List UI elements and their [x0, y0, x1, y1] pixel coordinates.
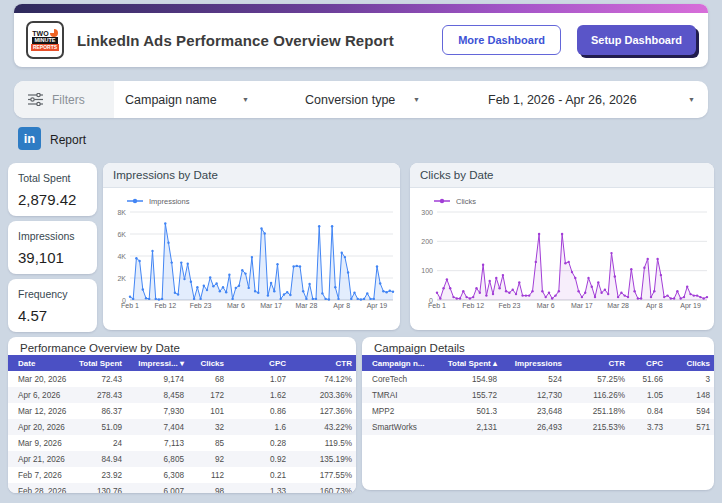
- table-cell: 135.19%: [290, 451, 356, 467]
- table-cell: Mar 12, 2026: [8, 403, 72, 419]
- table-cell: 127.36%: [290, 403, 356, 419]
- table-cell: 116.26%: [566, 387, 629, 403]
- table-row: SmartWorks2,13126,493215.53%3.73571: [362, 419, 714, 435]
- column-header[interactable]: Clicks: [188, 355, 228, 371]
- table-cell: 203.36%: [290, 387, 356, 403]
- table-row: CoreTech154.9852457.25%51.663: [362, 371, 714, 387]
- table-cell: 1.33: [228, 483, 290, 493]
- table-cell: 6,007: [126, 483, 188, 493]
- svg-text:Impressions: Impressions: [149, 197, 190, 206]
- svg-text:8K: 8K: [117, 209, 126, 216]
- table-cell: Feb 7, 2026: [8, 467, 72, 483]
- svg-text:Mar 6: Mar 6: [227, 302, 245, 309]
- kpi-card-impressions: Impressions39,101: [8, 221, 97, 274]
- table-cell: 2,131: [432, 419, 501, 435]
- table-cell: 501.3: [432, 403, 501, 419]
- svg-text:300: 300: [421, 209, 433, 216]
- column-header[interactable]: Impressi... ▾: [126, 355, 188, 371]
- svg-text:Apr 19: Apr 19: [680, 302, 701, 310]
- conversion-dropdown-caret-icon[interactable]: ▼: [413, 81, 420, 118]
- table-cell: CoreTech: [362, 371, 432, 387]
- table-cell: 0.21: [228, 467, 290, 483]
- table-cell: 72.43: [72, 371, 126, 387]
- svg-text:Feb 12: Feb 12: [462, 302, 484, 309]
- table-cell: 215.53%: [566, 419, 629, 435]
- table-cell: 32: [188, 419, 228, 435]
- table-cell: 6,805: [126, 451, 188, 467]
- table-cell: 8,458: [126, 387, 188, 403]
- column-header[interactable]: Total Spent ▴: [432, 355, 501, 371]
- table-cell: 84.94: [72, 451, 126, 467]
- impressions-chart-title: Impressions by Date: [103, 163, 400, 188]
- table-cell: 155.72: [432, 387, 501, 403]
- svg-text:Feb 23: Feb 23: [190, 302, 212, 309]
- campaign-name-filter[interactable]: Campaign name: [125, 81, 217, 118]
- clicks-chart-card: Clicks by Date 0100200300Feb 1Feb 12Feb …: [410, 163, 714, 330]
- performance-table-title: Performance Overview by Date: [8, 337, 356, 355]
- table-row: TMRAI155.7212,730116.26%1.05148: [362, 387, 714, 403]
- table-cell: 1.62: [228, 387, 290, 403]
- table-cell: 51.09: [72, 419, 126, 435]
- svg-text:Feb 23: Feb 23: [499, 302, 521, 309]
- more-dashboard-button[interactable]: More Dashboard: [442, 25, 561, 55]
- table-cell: 251.18%: [566, 403, 629, 419]
- svg-text:Feb 12: Feb 12: [154, 302, 176, 309]
- column-header[interactable]: Campaign n...: [362, 355, 432, 371]
- column-header[interactable]: CPC: [228, 355, 290, 371]
- kpi-label: Total Spent: [18, 172, 87, 184]
- date-dropdown-caret-icon[interactable]: ▼: [688, 81, 695, 118]
- table-cell: 9,174: [126, 371, 188, 387]
- table-cell: 23.92: [72, 467, 126, 483]
- setup-dashboard-button[interactable]: Setup Dashboard: [577, 25, 696, 55]
- campaign-dropdown-caret-icon[interactable]: ▼: [242, 81, 249, 118]
- table-cell: 177.55%: [290, 467, 356, 483]
- table-cell: 85: [188, 435, 228, 451]
- table-cell: 278.43: [72, 387, 126, 403]
- table-cell: 0.84: [629, 403, 667, 419]
- table-cell: 1.6: [228, 419, 290, 435]
- table-row: Mar 12, 202686.377,9301010.86127.36%: [8, 403, 356, 419]
- table-cell: SmartWorks: [362, 419, 432, 435]
- campaign-table-card: Campaign Details Campaign n...Total Spen…: [362, 337, 714, 490]
- svg-text:Feb 1: Feb 1: [121, 302, 139, 309]
- table-cell: 7,930: [126, 403, 188, 419]
- table-cell: 43.22%: [290, 419, 356, 435]
- svg-text:Clicks: Clicks: [456, 197, 476, 206]
- table-row: Apr 6, 2026278.438,4581721.62203.36%: [8, 387, 356, 403]
- filters-label: Filters: [52, 93, 85, 107]
- table-cell: 3: [667, 371, 714, 387]
- table-row: Apr 20, 202651.097,404321.643.22%: [8, 419, 356, 435]
- column-header[interactable]: CTR: [566, 355, 629, 371]
- svg-text:Apr 8: Apr 8: [333, 302, 350, 310]
- table-cell: 92: [188, 451, 228, 467]
- kpi-label: Impressions: [18, 230, 87, 242]
- column-header[interactable]: CPC: [629, 355, 667, 371]
- table-cell: 74.12%: [290, 371, 356, 387]
- column-header[interactable]: Impressions: [501, 355, 566, 371]
- logo-line3: REPORTS: [31, 44, 59, 51]
- table-cell: Feb 28, 2026: [8, 483, 72, 493]
- pie-icon: [50, 29, 58, 37]
- table-row: Mar 9, 2026247,113850.28119.5%: [8, 435, 356, 451]
- table-row: Feb 7, 202623.926,3081120.21177.55%: [8, 467, 356, 483]
- table-cell: 1.07: [228, 371, 290, 387]
- table-cell: Apr 6, 2026: [8, 387, 72, 403]
- kpi-label: Frequency: [18, 288, 87, 300]
- svg-text:2K: 2K: [117, 275, 126, 282]
- svg-text:Mar 6: Mar 6: [537, 302, 555, 309]
- svg-text:100: 100: [421, 267, 433, 274]
- conversion-type-filter[interactable]: Conversion type: [305, 81, 395, 118]
- table-cell: 7,113: [126, 435, 188, 451]
- kpi-value: 4.57: [18, 307, 87, 324]
- filters-toggle[interactable]: Filters: [14, 81, 114, 118]
- logo-line2: MINUTE: [32, 37, 57, 44]
- column-header[interactable]: Total Spent: [72, 355, 126, 371]
- svg-text:Feb 1: Feb 1: [428, 302, 446, 309]
- column-header[interactable]: Date: [8, 355, 72, 371]
- svg-text:6K: 6K: [117, 231, 126, 238]
- kpi-value: 39,101: [18, 249, 87, 266]
- table-cell: 172: [188, 387, 228, 403]
- date-range-filter[interactable]: Feb 1, 2026 - Apr 26, 2026: [488, 81, 637, 118]
- column-header[interactable]: CTR: [290, 355, 356, 371]
- column-header[interactable]: Clicks: [667, 355, 714, 371]
